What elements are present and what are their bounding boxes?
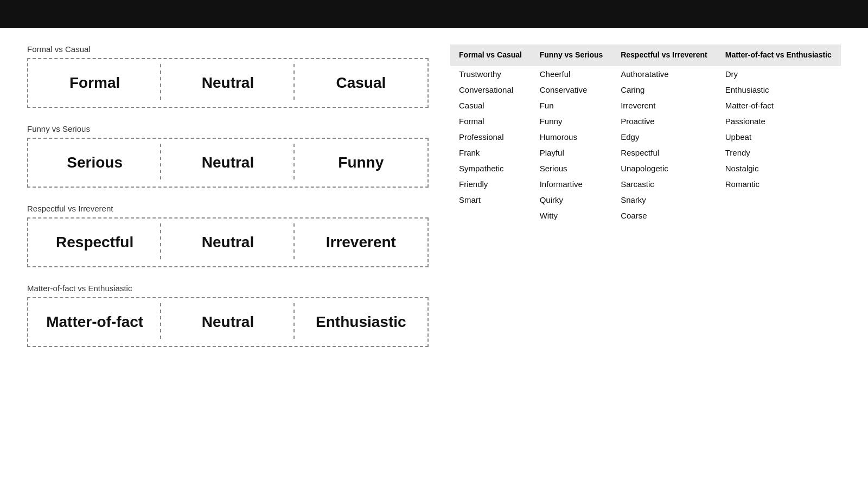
dim-cell-0-2: Casual — [295, 59, 427, 107]
dim-cell-1-0: Serious — [28, 139, 161, 187]
main-content: Formal vs CasualFormalNeutralCasualFunny… — [0, 28, 868, 374]
table-row: TrustworthyCheerfulAuthoratativeDry — [450, 66, 841, 82]
table-cell-1-2: Caring — [612, 82, 717, 98]
dimension-block-1: Funny vs SeriousSeriousNeutralFunny — [27, 124, 429, 188]
table-header-row: Formal vs CasualFunny vs SeriousRespectf… — [450, 44, 841, 66]
table-row: CasualFunIrreverentMatter-of-fact — [450, 98, 841, 113]
table-row: FrankPlayfulRespectfulTrendy — [450, 145, 841, 160]
table-row: SmartQuirkySnarky — [450, 192, 841, 208]
table-header: Formal vs CasualFunny vs SeriousRespectf… — [450, 44, 841, 66]
dim-cell-2-2: Irreverent — [295, 219, 427, 266]
dim-cell-0-0: Formal — [28, 59, 161, 107]
table-cell-7-2: Sarcastic — [612, 176, 717, 192]
table-cell-4-0: Professional — [450, 129, 531, 145]
table-cell-3-2: Proactive — [612, 113, 717, 129]
dim-cell-2-1: Neutral — [161, 219, 294, 266]
dimensions-section: Formal vs CasualFormalNeutralCasualFunny… — [27, 44, 429, 363]
table-cell-1-3: Enthusiastic — [717, 82, 841, 98]
table-cell-4-3: Upbeat — [717, 129, 841, 145]
table-cell-2-2: Irreverent — [612, 98, 717, 113]
table-cell-6-2: Unapologetic — [612, 160, 717, 176]
table-cell-9-1: Witty — [531, 208, 612, 223]
dimension-label-0: Formal vs Casual — [27, 44, 429, 54]
table-cell-9-2: Coarse — [612, 208, 717, 223]
table-body: TrustworthyCheerfulAuthoratativeDryConve… — [450, 66, 841, 223]
table-cell-6-1: Serious — [531, 160, 612, 176]
table-cell-5-2: Respectful — [612, 145, 717, 160]
dim-cell-1-1: Neutral — [161, 139, 294, 187]
table-section: Formal vs CasualFunny vs SeriousRespectf… — [450, 44, 841, 363]
table-cell-1-0: Conversational — [450, 82, 531, 98]
col-header-0: Formal vs Casual — [450, 44, 531, 66]
dimension-row-2: RespectfulNeutralIrreverent — [27, 217, 429, 267]
table-cell-8-1: Quirky — [531, 192, 612, 208]
dim-cell-1-2: Funny — [295, 139, 427, 187]
dim-cell-0-1: Neutral — [161, 59, 294, 107]
table-cell-7-3: Romantic — [717, 176, 841, 192]
table-cell-2-0: Casual — [450, 98, 531, 113]
dimension-block-0: Formal vs CasualFormalNeutralCasual — [27, 44, 429, 108]
table-cell-0-0: Trustworthy — [450, 66, 531, 82]
dimension-block-2: Respectful vs IrreverentRespectfulNeutra… — [27, 204, 429, 267]
dimension-row-0: FormalNeutralCasual — [27, 58, 429, 108]
table-cell-3-1: Funny — [531, 113, 612, 129]
table-cell-4-1: Humorous — [531, 129, 612, 145]
table-cell-6-0: Sympathetic — [450, 160, 531, 176]
table-cell-7-1: Informartive — [531, 176, 612, 192]
dimension-label-2: Respectful vs Irreverent — [27, 204, 429, 213]
table-cell-5-0: Frank — [450, 145, 531, 160]
table-cell-8-3 — [717, 192, 841, 208]
dimension-block-3: Matter-of-fact vs EnthusiasticMatter-of-… — [27, 284, 429, 347]
table-cell-8-0: Smart — [450, 192, 531, 208]
table-cell-0-1: Cheerful — [531, 66, 612, 82]
tone-table: Formal vs CasualFunny vs SeriousRespectf… — [450, 44, 841, 223]
dimension-row-1: SeriousNeutralFunny — [27, 138, 429, 188]
dimension-label-1: Funny vs Serious — [27, 124, 429, 133]
table-row: FormalFunnyProactivePassionate — [450, 113, 841, 129]
table-cell-2-1: Fun — [531, 98, 612, 113]
col-header-3: Matter-of-fact vs Enthusiastic — [717, 44, 841, 66]
table-cell-4-2: Edgy — [612, 129, 717, 145]
table-cell-7-0: Friendly — [450, 176, 531, 192]
table-row: SympatheticSeriousUnapologeticNostalgic — [450, 160, 841, 176]
table-cell-8-2: Snarky — [612, 192, 717, 208]
table-cell-1-1: Conservative — [531, 82, 612, 98]
table-cell-3-3: Passionate — [717, 113, 841, 129]
dim-cell-3-2: Enthusiastic — [295, 298, 427, 346]
table-cell-9-3 — [717, 208, 841, 223]
table-row: ConversationalConservativeCaringEnthusia… — [450, 82, 841, 98]
dim-cell-3-1: Neutral — [161, 298, 294, 346]
table-cell-6-3: Nostalgic — [717, 160, 841, 176]
col-header-2: Respectful vs Irreverent — [612, 44, 717, 66]
table-row: ProfessionalHumorousEdgyUpbeat — [450, 129, 841, 145]
table-cell-5-3: Trendy — [717, 145, 841, 160]
dim-cell-2-0: Respectful — [28, 219, 161, 266]
table-row: WittyCoarse — [450, 208, 841, 223]
dimension-label-3: Matter-of-fact vs Enthusiastic — [27, 284, 429, 293]
page-header — [0, 0, 868, 28]
col-header-1: Funny vs Serious — [531, 44, 612, 66]
dim-cell-3-0: Matter-of-fact — [28, 298, 161, 346]
table-cell-0-2: Authoratative — [612, 66, 717, 82]
table-row: FriendlyInformartiveSarcasticRomantic — [450, 176, 841, 192]
table-cell-3-0: Formal — [450, 113, 531, 129]
table-cell-2-3: Matter-of-fact — [717, 98, 841, 113]
table-cell-0-3: Dry — [717, 66, 841, 82]
table-cell-9-0 — [450, 208, 531, 223]
table-cell-5-1: Playful — [531, 145, 612, 160]
dimension-row-3: Matter-of-factNeutralEnthusiastic — [27, 297, 429, 347]
